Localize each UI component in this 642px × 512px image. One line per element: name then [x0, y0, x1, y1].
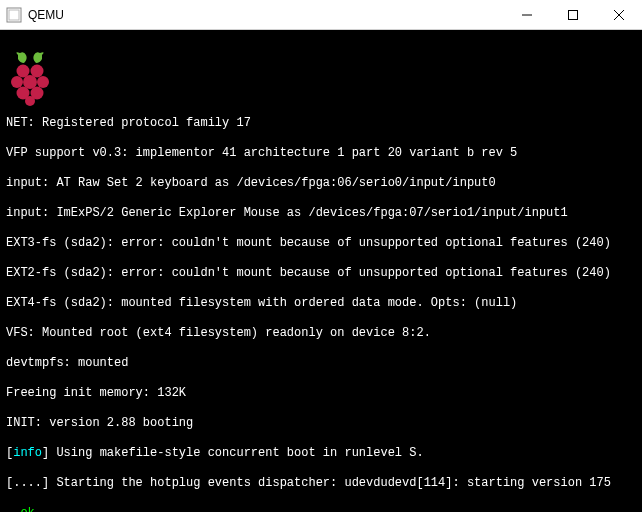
ok-tag: ok [20, 506, 34, 512]
raspberry-pi-logo-icon [6, 49, 54, 107]
svg-rect-3 [569, 10, 578, 19]
window-titlebar: QEMU [0, 0, 642, 30]
info-tag: info [13, 446, 42, 460]
boot-line: EXT2-fs (sda2): error: couldn't mount be… [6, 266, 636, 281]
boot-line: VFS: Mounted root (ext4 filesystem) read… [6, 326, 636, 341]
close-button[interactable] [596, 0, 642, 29]
svg-point-8 [11, 76, 23, 88]
boot-line: input: ImExPS/2 Generic Explorer Mouse a… [6, 206, 636, 221]
boot-line: NET: Registered protocol family 17 [6, 116, 636, 131]
boot-line: INIT: version 2.88 booting [6, 416, 636, 431]
boot-line: [....] Starting the hotplug events dispa… [6, 476, 636, 491]
boot-status-ok: . ok [6, 506, 636, 512]
svg-point-10 [37, 76, 49, 88]
boot-line: devtmpfs: mounted [6, 356, 636, 371]
boot-line: Freeing init memory: 132K [6, 386, 636, 401]
boot-line: VFP support v0.3: implementor 41 archite… [6, 146, 636, 161]
boot-status-info: [info] Using makefile-style concurrent b… [6, 446, 636, 461]
boot-line: EXT4-fs (sda2): mounted filesystem with … [6, 296, 636, 311]
boot-line: input: AT Raw Set 2 keyboard as /devices… [6, 176, 636, 191]
qemu-icon [6, 7, 22, 23]
terminal-output: NET: Registered protocol family 17 VFP s… [0, 30, 642, 512]
window-controls [504, 0, 642, 29]
boot-line: EXT3-fs (sda2): error: couldn't mount be… [6, 236, 636, 251]
window-title: QEMU [28, 8, 504, 22]
maximize-button[interactable] [550, 0, 596, 29]
svg-rect-1 [9, 10, 19, 20]
minimize-button[interactable] [504, 0, 550, 29]
svg-point-13 [25, 96, 35, 106]
